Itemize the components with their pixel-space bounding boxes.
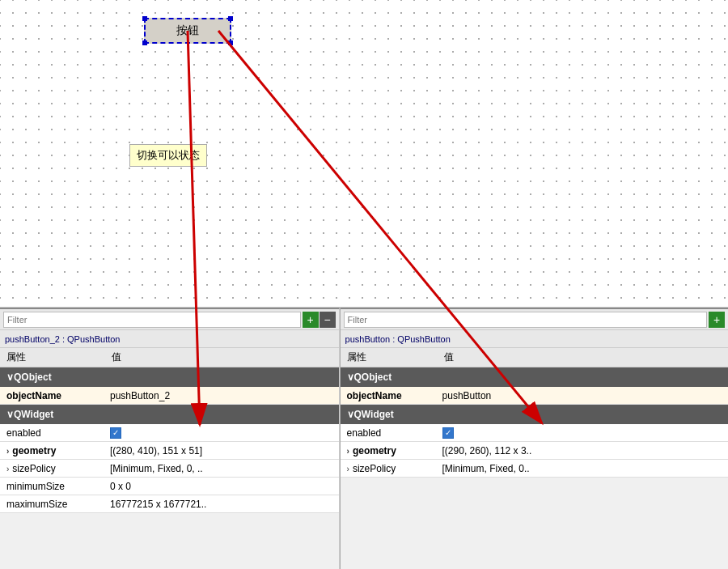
left-geometry-val: [(280, 410), 151 x 51] bbox=[105, 445, 339, 456]
left-col-prop-header: 属性 bbox=[0, 350, 105, 364]
left-col-headers: 属性 值 bbox=[0, 348, 339, 367]
left-properties-panel: + − pushButton_2 : QPushButton 属性 值 ∨ QO… bbox=[0, 308, 340, 569]
left-maxsize-prop: maximumSize bbox=[0, 499, 105, 510]
left-maxsize-row[interactable]: maximumSize 16777215 x 1677721.. bbox=[0, 495, 339, 513]
left-enabled-prop: enabled bbox=[0, 427, 105, 439]
bottom-panels: + − pushButton_2 : QPushButton 属性 值 ∨ QO… bbox=[0, 308, 728, 569]
left-enabled-val: ✓ bbox=[105, 427, 339, 439]
left-objectname-val: pushButton_2 bbox=[105, 390, 339, 401]
left-sizepolicy-prop: ›sizePolicy bbox=[0, 463, 105, 474]
right-geometry-val: [(290, 260), 112 x 3.. bbox=[438, 445, 728, 456]
left-qwidget-section: ∨ QWidget bbox=[0, 405, 339, 424]
handle-tl bbox=[142, 16, 147, 21]
canvas-tooltip: 切换可以状态 bbox=[129, 144, 207, 167]
left-sizepolicy-val: [Minimum, Fixed, 0, .. bbox=[105, 463, 339, 474]
left-col-val-header: 值 bbox=[105, 350, 339, 364]
canvas-background bbox=[0, 0, 728, 307]
left-geometry-row[interactable]: ›geometry [(280, 410), 151 x 51] bbox=[0, 442, 339, 460]
handle-br bbox=[228, 40, 233, 45]
right-filter-input[interactable] bbox=[344, 312, 707, 328]
handle-tr bbox=[228, 16, 233, 21]
left-enabled-checkbox[interactable]: ✓ bbox=[110, 427, 121, 439]
right-geometry-row[interactable]: ›geometry [(290, 260), 112 x 3.. bbox=[341, 442, 728, 460]
right-sizepolicy-prop: ›sizePolicy bbox=[341, 463, 438, 474]
left-qwidget-chevron: ∨ bbox=[6, 409, 14, 420]
left-maxsize-val: 16777215 x 1677721.. bbox=[105, 499, 339, 510]
left-filter-minus-button[interactable]: − bbox=[320, 312, 336, 328]
handle-bl bbox=[142, 40, 147, 45]
left-minsize-prop: minimumSize bbox=[0, 481, 105, 492]
left-sizepolicy-row[interactable]: ›sizePolicy [Minimum, Fixed, 0, .. bbox=[0, 460, 339, 478]
right-qwidget-chevron: ∨ bbox=[347, 409, 354, 420]
left-qwidget-label: QWidget bbox=[14, 409, 53, 420]
right-enabled-checkbox[interactable]: ✓ bbox=[442, 427, 454, 439]
canvas-button-label: 按钮 bbox=[176, 23, 199, 38]
right-geometry-prop: ›geometry bbox=[341, 445, 438, 456]
right-qwidget-label: QWidget bbox=[354, 409, 394, 420]
left-qobject-section: ∨ QObject bbox=[0, 367, 339, 387]
right-properties-panel: + pushButton : QPushButton 属性 值 ∨ QObjec… bbox=[341, 308, 728, 569]
left-geometry-prop: ›geometry bbox=[0, 445, 105, 456]
right-enabled-prop: enabled bbox=[341, 427, 438, 439]
right-col-headers: 属性 值 bbox=[341, 348, 728, 367]
right-class-label: pushButton : QPushButton bbox=[341, 330, 728, 348]
left-enabled-row[interactable]: enabled ✓ bbox=[0, 424, 339, 442]
canvas-button-widget[interactable]: 按钮 bbox=[144, 18, 231, 44]
right-col-val-header: 值 bbox=[438, 350, 728, 364]
right-enabled-row[interactable]: enabled ✓ bbox=[341, 424, 728, 442]
right-objectname-prop: objectName bbox=[341, 390, 438, 401]
left-minsize-row[interactable]: minimumSize 0 x 0 bbox=[0, 478, 339, 495]
left-objectname-prop: objectName bbox=[0, 390, 105, 401]
canvas-area: 按钮 切换可以状态 bbox=[0, 0, 728, 308]
right-filter-add-button[interactable]: + bbox=[709, 312, 725, 328]
left-class-label: pushButton_2 : QPushButton bbox=[0, 330, 339, 348]
left-qobject-label: QObject bbox=[14, 372, 52, 383]
left-filter-input[interactable] bbox=[3, 312, 301, 328]
left-filter-add-button[interactable]: + bbox=[303, 312, 319, 328]
right-qobject-label: QObject bbox=[354, 372, 392, 383]
left-minsize-val: 0 x 0 bbox=[105, 481, 339, 492]
right-col-prop-header: 属性 bbox=[341, 350, 438, 364]
right-sizepolicy-val: [Minimum, Fixed, 0.. bbox=[438, 463, 728, 474]
right-objectname-row[interactable]: objectName pushButton bbox=[341, 387, 728, 405]
right-qobject-section: ∨ QObject bbox=[341, 367, 728, 387]
right-sizepolicy-row[interactable]: ›sizePolicy [Minimum, Fixed, 0.. bbox=[341, 460, 728, 478]
right-filter-bar: + bbox=[341, 309, 728, 330]
left-objectname-row[interactable]: objectName pushButton_2 bbox=[0, 387, 339, 405]
left-qobject-chevron: ∨ bbox=[6, 372, 14, 383]
right-qobject-chevron: ∨ bbox=[347, 372, 354, 383]
right-objectname-val: pushButton bbox=[438, 390, 728, 401]
right-enabled-val: ✓ bbox=[438, 427, 728, 439]
left-filter-bar: + − bbox=[0, 309, 339, 330]
right-qwidget-section: ∨ QWidget bbox=[341, 405, 728, 424]
